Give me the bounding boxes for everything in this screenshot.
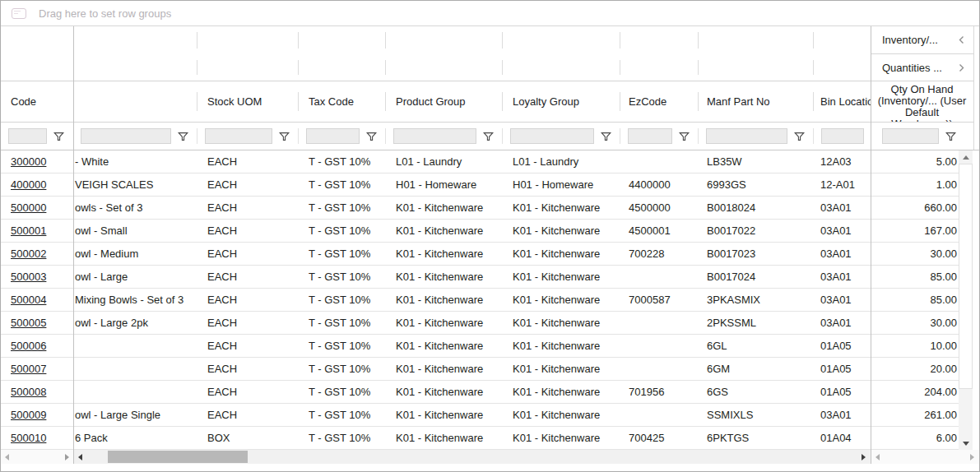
vertical-scrollbar-thumb[interactable] bbox=[959, 164, 973, 389]
filter-funnel-icon[interactable] bbox=[53, 131, 65, 141]
filter-funnel-icon[interactable] bbox=[679, 131, 690, 141]
cell-stock_uom[interactable]: EACH bbox=[197, 409, 299, 421]
cell-description[interactable]: Mixing Bowls - Set of 3 bbox=[73, 294, 197, 306]
filter-funnel-icon[interactable] bbox=[483, 131, 495, 141]
cell-stock_uom[interactable]: EACH bbox=[197, 248, 299, 260]
cell-tax_code[interactable]: T - GST 10% bbox=[299, 201, 386, 214]
cell-code[interactable]: 500006 bbox=[1, 340, 73, 352]
column-header-stock_uom[interactable]: Stock UOM bbox=[197, 81, 299, 122]
cell-loyalty_group[interactable]: K01 - Kitchenware bbox=[503, 294, 620, 306]
cell-product_group[interactable]: K01 - Kitchenware bbox=[386, 432, 503, 444]
cell-ezcode[interactable]: 700228 bbox=[620, 248, 699, 260]
cell-stock_uom[interactable]: EACH bbox=[197, 178, 299, 191]
cell-loyalty_group[interactable]: K01 - Kitchenware bbox=[503, 201, 620, 214]
cell-qty_on_hand[interactable]: 1.00 bbox=[871, 178, 960, 191]
cell-code[interactable]: 500003 bbox=[1, 271, 73, 283]
cell-tax_code[interactable]: T - GST 10% bbox=[299, 271, 386, 283]
cell-bin_location[interactable]: 12-A01 bbox=[814, 178, 871, 191]
cell-tax_code[interactable]: T - GST 10% bbox=[299, 363, 386, 375]
cell-tax_code[interactable]: T - GST 10% bbox=[299, 432, 386, 444]
column-header-loyalty_group[interactable]: Loyalty Group bbox=[503, 81, 620, 122]
cell-bin_location[interactable]: 01A05 bbox=[814, 340, 871, 352]
code-link[interactable]: 400000 bbox=[11, 178, 46, 191]
chevron-right-icon[interactable] bbox=[959, 63, 964, 72]
cell-product_group[interactable]: K01 - Kitchenware bbox=[386, 363, 503, 375]
row-group-drop-panel[interactable]: Drag here to set row groups bbox=[1, 1, 979, 26]
cell-loyalty_group[interactable]: K01 - Kitchenware bbox=[503, 409, 620, 421]
cell-qty_on_hand[interactable]: 167.00 bbox=[871, 224, 960, 237]
cell-product_group[interactable]: K01 - Kitchenware bbox=[386, 386, 503, 398]
cell-stock_uom[interactable]: EACH bbox=[197, 317, 299, 329]
cell-description[interactable]: 6 Pack bbox=[73, 432, 197, 444]
right-pinned-hscrollbar[interactable] bbox=[871, 450, 979, 464]
column-header-code[interactable]: Code bbox=[1, 81, 73, 122]
cell-qty_on_hand[interactable]: 261.00 bbox=[871, 409, 960, 421]
cell-product_group[interactable]: K01 - Kitchenware bbox=[386, 409, 503, 421]
cell-code[interactable]: 500001 bbox=[1, 224, 73, 237]
cell-stock_uom[interactable]: EACH bbox=[197, 340, 299, 352]
cell-qty_on_hand[interactable]: 6.00 bbox=[871, 432, 960, 444]
cell-ezcode[interactable]: 701956 bbox=[620, 386, 699, 398]
cell-bin_location[interactable]: 03A01 bbox=[814, 409, 871, 421]
cell-stock_uom[interactable]: EACH bbox=[197, 271, 299, 283]
cell-ezcode[interactable]: 4500000 bbox=[620, 201, 699, 214]
cell-tax_code[interactable]: T - GST 10% bbox=[299, 409, 386, 421]
cell-product_group[interactable]: K01 - Kitchenware bbox=[386, 317, 503, 329]
cell-stock_uom[interactable]: EACH bbox=[197, 155, 299, 168]
cell-product_group[interactable]: K01 - Kitchenware bbox=[386, 248, 503, 260]
cell-bin_location[interactable]: 03A01 bbox=[814, 317, 871, 329]
cell-ezcode[interactable]: 4400000 bbox=[620, 178, 699, 191]
cell-bin_location[interactable]: 03A01 bbox=[814, 248, 871, 260]
scroll-up-arrow-icon[interactable] bbox=[959, 150, 973, 164]
filter-input-tax_code[interactable] bbox=[306, 128, 360, 144]
scroll-down-arrow-icon[interactable] bbox=[959, 437, 973, 450]
cell-code[interactable]: 500010 bbox=[1, 432, 73, 444]
filter-input-bin_location[interactable] bbox=[821, 128, 864, 144]
cell-manf_part_no[interactable]: 6GM bbox=[699, 363, 814, 375]
cell-tax_code[interactable]: T - GST 10% bbox=[299, 224, 386, 237]
cell-manf_part_no[interactable]: B0017022 bbox=[699, 224, 814, 237]
cell-stock_uom[interactable]: EACH bbox=[197, 363, 299, 375]
filter-input-ezcode[interactable] bbox=[628, 128, 672, 144]
cell-loyalty_group[interactable]: K01 - Kitchenware bbox=[503, 432, 620, 444]
cell-ezcode[interactable]: 700425 bbox=[620, 432, 699, 444]
column-header-bin_location[interactable]: Bin Location bbox=[814, 81, 871, 122]
cell-qty_on_hand[interactable]: 5.00 bbox=[871, 155, 960, 168]
cell-loyalty_group[interactable]: K01 - Kitchenware bbox=[503, 224, 620, 237]
cell-manf_part_no[interactable]: 6GL bbox=[699, 340, 814, 352]
cell-loyalty_group[interactable]: K01 - Kitchenware bbox=[503, 317, 620, 329]
cell-product_group[interactable]: K01 - Kitchenware bbox=[386, 340, 503, 352]
column-group-inventory[interactable]: Inventory/... bbox=[871, 26, 973, 54]
cell-manf_part_no[interactable]: LB35W bbox=[699, 155, 814, 168]
filter-funnel-icon[interactable] bbox=[366, 131, 378, 141]
cell-description[interactable]: owl - Small bbox=[73, 224, 197, 237]
cell-loyalty_group[interactable]: H01 - Homeware bbox=[503, 178, 620, 191]
cell-description[interactable]: owl - Medium bbox=[73, 248, 197, 260]
cell-manf_part_no[interactable]: B0018024 bbox=[699, 201, 814, 214]
cell-code[interactable]: 500008 bbox=[1, 386, 73, 398]
cell-stock_uom[interactable]: EACH bbox=[197, 386, 299, 398]
cell-manf_part_no[interactable]: SSMIXLS bbox=[699, 409, 814, 421]
cell-loyalty_group[interactable]: K01 - Kitchenware bbox=[503, 248, 620, 260]
code-link[interactable]: 500010 bbox=[11, 432, 46, 444]
filter-funnel-icon[interactable] bbox=[601, 131, 612, 141]
chevron-left-icon[interactable] bbox=[959, 35, 964, 44]
filter-input-loyalty_group[interactable] bbox=[510, 128, 594, 144]
filter-input-manf_part_no[interactable] bbox=[706, 128, 787, 144]
cell-bin_location[interactable]: 01A05 bbox=[814, 363, 871, 375]
cell-ezcode[interactable]: 4500001 bbox=[620, 224, 699, 237]
cell-tax_code[interactable]: T - GST 10% bbox=[299, 155, 386, 168]
cell-code[interactable]: 300000 bbox=[1, 155, 73, 168]
cell-code[interactable]: 500004 bbox=[1, 294, 73, 306]
code-link[interactable]: 500000 bbox=[11, 201, 46, 214]
cell-tax_code[interactable]: T - GST 10% bbox=[299, 248, 386, 260]
column-header-ezcode[interactable]: EzCode bbox=[620, 81, 699, 122]
cell-stock_uom[interactable]: EACH bbox=[197, 224, 299, 237]
cell-description[interactable]: owls - Set of 3 bbox=[73, 201, 197, 214]
cell-stock_uom[interactable]: BOX bbox=[197, 432, 299, 444]
vertical-scrollbar[interactable] bbox=[959, 150, 973, 450]
filter-funnel-icon[interactable] bbox=[279, 131, 290, 141]
cell-ezcode[interactable]: 7000587 bbox=[620, 294, 699, 306]
cell-description[interactable]: owl - Large bbox=[73, 271, 197, 283]
filter-input-stock_uom[interactable] bbox=[205, 128, 272, 144]
